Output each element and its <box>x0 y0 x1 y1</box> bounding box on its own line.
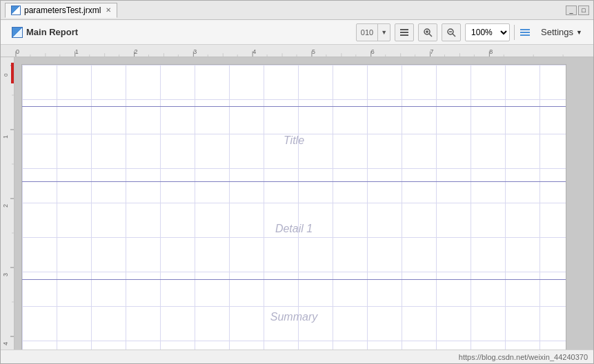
vertical-ruler: 0 1 2 3 4 <box>1 57 14 350</box>
status-bar: https://blog.csdn.net/weixin_44240370 <box>1 350 593 363</box>
toolbar-right: 010 ▼ <box>356 23 588 41</box>
minimize-btn[interactable]: _ <box>566 6 577 15</box>
svg-text:2: 2 <box>135 48 138 55</box>
band-line-detail-bottom <box>22 279 566 280</box>
status-url: https://blog.csdn.net/weixin_44240370 <box>459 353 588 361</box>
data-source-dropdown-arrow[interactable]: ▼ <box>378 24 390 41</box>
svg-rect-0 <box>400 29 408 30</box>
svg-text:7: 7 <box>430 48 434 55</box>
detail-band-label: Detail 1 <box>22 223 566 235</box>
ruler-svg: 0 1 2 3 4 5 6 7 8 <box>1 45 593 57</box>
toolbar-divider <box>514 25 515 40</box>
zoom-select[interactable]: 50% 75% 100% 150% 200% <box>465 23 510 41</box>
title-bar: parametersTest.jrxml ✕ _ □ <box>1 1 593 20</box>
settings-dropdown-arrow: ▼ <box>576 29 582 36</box>
svg-rect-1 <box>400 32 408 33</box>
layout-icon <box>399 28 409 37</box>
svg-line-9 <box>453 34 455 37</box>
svg-text:1: 1 <box>2 135 9 139</box>
zoom-out-btn[interactable] <box>442 23 461 41</box>
svg-rect-59 <box>1 57 14 350</box>
binary-icon: 010 <box>357 24 378 41</box>
zoom-out-icon <box>446 28 456 37</box>
main-window: parametersTest.jrxml ✕ _ □ Main Report 0… <box>0 0 594 364</box>
svg-text:6: 6 <box>371 48 375 55</box>
svg-text:3: 3 <box>193 48 197 55</box>
toolbar-left: Main Report <box>6 25 350 40</box>
layout-btn[interactable] <box>395 23 414 41</box>
settings-label: Settings <box>541 27 573 37</box>
settings-button[interactable]: Settings ▼ <box>535 23 588 41</box>
window-controls: _ □ <box>566 6 589 15</box>
svg-text:5: 5 <box>312 48 315 55</box>
v-ruler-svg: 0 1 2 3 4 <box>1 57 14 350</box>
svg-text:1: 1 <box>75 48 79 55</box>
main-report-label: Main Report <box>26 27 78 37</box>
report-icon <box>12 27 23 38</box>
zoom-in-icon <box>423 28 433 37</box>
file-icon <box>11 6 21 15</box>
band-line-title-bottom <box>22 181 566 182</box>
report-canvas: Title Detail 1 Summary <box>21 64 566 350</box>
file-tab[interactable]: parametersTest.jrxml ✕ <box>5 3 117 18</box>
zoom-in-btn[interactable] <box>418 23 437 41</box>
svg-text:2: 2 <box>2 204 9 208</box>
svg-line-6 <box>429 34 432 37</box>
svg-text:0: 0 <box>16 48 19 55</box>
svg-text:3: 3 <box>2 273 9 276</box>
svg-rect-10 <box>520 29 530 30</box>
maximize-btn[interactable]: □ <box>578 6 589 15</box>
toolbar: Main Report 010 ▼ <box>1 20 593 45</box>
content-area: 0 1 2 3 4 <box>1 57 593 350</box>
svg-text:0: 0 <box>3 73 9 77</box>
data-source-btn[interactable]: 010 ▼ <box>356 23 390 41</box>
svg-text:4: 4 <box>253 48 256 55</box>
svg-rect-11 <box>520 32 530 33</box>
summary-band-label: Summary <box>22 311 566 323</box>
svg-rect-2 <box>400 34 408 36</box>
settings-icon <box>519 26 531 39</box>
ruler-marker <box>11 63 14 83</box>
main-report-button[interactable]: Main Report <box>6 25 83 40</box>
horizontal-ruler: 0 1 2 3 4 5 6 7 8 <box>1 45 593 57</box>
tab-close-btn[interactable]: ✕ <box>106 6 111 14</box>
svg-rect-12 <box>520 34 530 36</box>
tab-label: parametersTest.jrxml <box>24 6 101 15</box>
svg-text:4: 4 <box>2 342 9 345</box>
svg-text:8: 8 <box>489 48 493 55</box>
title-band-label: Title <box>22 134 566 147</box>
canvas-area[interactable]: Title Detail 1 Summary <box>14 57 593 350</box>
band-line-title-top <box>22 106 566 107</box>
